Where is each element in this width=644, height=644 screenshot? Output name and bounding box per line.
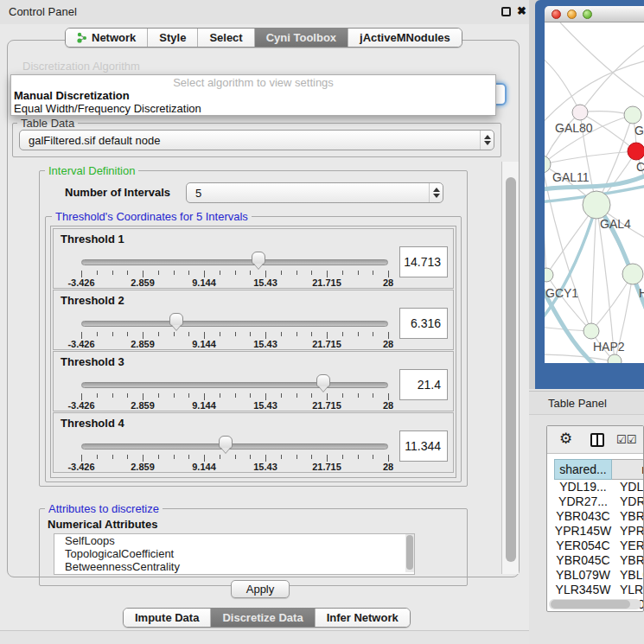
column-header-1[interactable]: shared...	[554, 459, 612, 480]
table-hscrollbar-thumb[interactable]	[551, 600, 630, 609]
tab-label: Style	[159, 31, 186, 44]
threshold-slider[interactable]: -3.4262.8599.14415.4321.71528	[81, 309, 388, 349]
close-icon[interactable]: ✖	[517, 4, 526, 17]
table-cell: YDL1	[612, 480, 644, 494]
threshold-slider[interactable]: -3.4262.8599.14415.4321.71528	[81, 432, 388, 472]
network-node-label: GAL80	[555, 121, 593, 135]
tab-select[interactable]: Select	[197, 29, 253, 47]
slider-thumb[interactable]	[169, 313, 183, 326]
attributes-scrollbar-track[interactable]	[405, 534, 414, 572]
tab-label: Network	[92, 31, 136, 44]
table-row[interactable]: YBR045CYBR0	[554, 553, 644, 568]
table-row[interactable]: YDL19...YDL1	[554, 480, 644, 494]
threshold-label: Threshold 4	[61, 417, 124, 430]
threshold-slider[interactable]: -3.4262.8599.14415.4321.71528	[81, 371, 388, 411]
attribute-list-item[interactable]: SelfLoops	[54, 535, 414, 547]
scale-label: 15.43	[253, 400, 277, 411]
table-cell: YLR3	[612, 583, 644, 597]
screenshot-root: Control Panel ✖ NetworkStyleSelectCyni T…	[0, 0, 644, 644]
minimize-traffic-light-icon[interactable]	[567, 10, 577, 19]
network-view-window: GAL80GACGAL11GAL4GCY1HHAP2	[535, 0, 644, 389]
network-node[interactable]	[583, 323, 599, 339]
tab-network[interactable]: Network	[66, 29, 147, 47]
table-cell: YBR045C	[554, 553, 612, 568]
table-cell: YER054C	[554, 539, 612, 553]
apply-button[interactable]: Apply	[231, 580, 290, 598]
table-data-combobox[interactable]: galFiltered.sif default node	[19, 130, 494, 150]
scale-label: 2.859	[131, 400, 155, 411]
close-traffic-light-icon[interactable]	[552, 10, 561, 19]
table-row[interactable]: YDR27...YDR2	[554, 494, 644, 509]
network-node[interactable]	[572, 105, 588, 120]
network-node-label: GCY1	[545, 286, 578, 300]
checkbox-icons[interactable]: ☑☑	[616, 433, 636, 446]
scale-label: 2.859	[131, 462, 155, 472]
tab-label: Cyni Toolbox	[266, 31, 336, 44]
discretization-algorithm-group-label: Discretization Algorithm	[19, 60, 143, 73]
scale-label: -3.426	[67, 277, 94, 288]
network-canvas[interactable]: GAL80GACGAL11GAL4GCY1HHAP2	[545, 22, 644, 363]
scale-label: 21.715	[312, 339, 341, 349]
slider-track[interactable]	[81, 321, 388, 327]
threshold-value-field[interactable]: 21.4	[399, 369, 448, 400]
table-data-group-label: Table Data	[17, 117, 78, 130]
float-window-icon[interactable]	[501, 7, 511, 16]
table-row[interactable]: YER054CYER0	[554, 539, 644, 553]
columns-icon[interactable]	[590, 433, 604, 447]
network-node[interactable]	[583, 191, 610, 219]
numerical-attributes-list[interactable]: SelfLoopsTopologicalCoefficientBetweenne…	[54, 533, 415, 575]
table-cell: YPR1	[612, 524, 644, 539]
tab-discretize-data[interactable]: Discretize Data	[210, 609, 314, 627]
table-row[interactable]: YBR043CYBR0	[554, 509, 644, 524]
slider-thumb[interactable]	[219, 436, 233, 449]
tab-jactivemnodules[interactable]: jActiveMNodules	[348, 29, 462, 47]
threshold-panel-1: Threshold 1-3.4262.8599.14415.4321.71528…	[53, 228, 454, 289]
tab-infer-network[interactable]: Infer Network	[315, 609, 410, 627]
scale-label: -3.426	[67, 400, 94, 411]
number-of-intervals-value: 5	[187, 187, 429, 200]
table-row[interactable]: YPR145WYPR1	[554, 524, 644, 539]
threshold-slider[interactable]: -3.4262.8599.14415.4321.71528	[81, 248, 388, 288]
table-cell: YDR2	[612, 494, 644, 509]
network-node[interactable]	[622, 264, 643, 284]
table-row[interactable]: YBL079WYBL0	[554, 568, 644, 583]
tab-cyni-toolbox[interactable]: Cyni Toolbox	[254, 29, 348, 47]
attribute-list-item[interactable]: TopologicalCoefficient	[54, 548, 414, 560]
threshold-value-field[interactable]: 11.344	[399, 430, 448, 462]
settings-scrollbar-track[interactable]	[501, 162, 519, 574]
attribute-list-item[interactable]: BetweennessCentrality	[54, 561, 414, 573]
column-header-2[interactable]: na	[612, 459, 644, 480]
slider-track[interactable]	[81, 259, 388, 265]
scale-label: 15.43	[253, 462, 277, 472]
table-data-value: galFiltered.sif default node	[20, 134, 480, 147]
gear-icon[interactable]: ⚙	[559, 430, 572, 448]
scale-label: -3.426	[67, 339, 94, 349]
network-node[interactable]	[628, 143, 644, 160]
network-node[interactable]	[545, 268, 553, 282]
threshold-value-field[interactable]: 6.316	[399, 308, 448, 339]
table-toolbar: ⚙ ☑☑	[547, 426, 644, 454]
tab-impute-data[interactable]: Impute Data	[124, 609, 210, 627]
threshold-value-field[interactable]: 14.713	[399, 246, 448, 277]
bottom-tab-bar: Impute DataDiscretize DataInfer Network	[123, 608, 411, 628]
settings-scrollbar-thumb[interactable]	[506, 177, 516, 562]
control-panel-titlebar: Control Panel ✖	[0, 0, 529, 24]
slider-scale-labels: -3.4262.8599.14415.4321.71528	[81, 339, 388, 349]
table-row[interactable]: YLR345WYLR3	[554, 583, 644, 597]
slider-thumb[interactable]	[316, 374, 330, 387]
tab-style[interactable]: Style	[147, 29, 197, 47]
algorithm-option-equal-width[interactable]: Equal Width/Frequency Discretization	[11, 102, 495, 115]
table-hscrollbar-track[interactable]	[549, 599, 641, 609]
slider-track[interactable]	[81, 382, 388, 388]
algorithm-option-manual[interactable]: Manual Discretization	[11, 89, 495, 102]
number-of-intervals-combobox[interactable]: 5	[186, 182, 443, 203]
threshold-label: Threshold 3	[61, 355, 124, 368]
slider-thumb[interactable]	[252, 252, 265, 265]
attributes-scrollbar-thumb[interactable]	[406, 535, 413, 570]
scale-label: 28	[383, 339, 393, 349]
network-node[interactable]	[624, 106, 641, 124]
scale-label: 2.859	[131, 277, 155, 288]
slider-track[interactable]	[81, 443, 388, 450]
zoom-traffic-light-icon[interactable]	[583, 10, 592, 19]
slider-ticks	[81, 455, 388, 462]
